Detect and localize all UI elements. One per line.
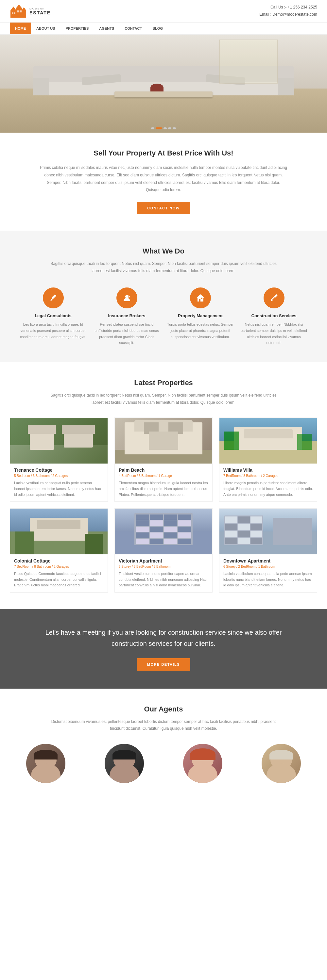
construction-title: Construction Services	[240, 313, 307, 318]
svg-rect-14	[199, 299, 201, 302]
nav-item-home[interactable]: HOME	[10, 22, 31, 34]
agent-avatar-2	[105, 744, 144, 783]
legal-body: Leo litora arcu taciti fringilla ornare.…	[20, 321, 87, 340]
hero-dots	[151, 127, 176, 129]
logo[interactable]: MODERN Estate	[10, 4, 51, 18]
prop6-name: Downtown Apartment	[223, 558, 313, 563]
insurance-title: Insurance Brokers	[93, 313, 160, 318]
svg-rect-8	[17, 10, 19, 13]
agents-section: Our Agents Dictumst bibendum vivamus est…	[0, 689, 327, 803]
agent-avatar-1	[26, 744, 65, 783]
email-info: Email : Demo@moderestate.com	[259, 11, 317, 18]
properties-title: Latest Properties	[10, 379, 317, 387]
prop3-meta: 7 BedRoom / 8 Bathroom / 2 Garages	[223, 474, 313, 477]
property-card-3[interactable]: Williams Villa 7 BedRoom / 8 Bathroom / …	[219, 417, 317, 502]
phone-info: Call Us :- +1 256 234 2525	[259, 4, 317, 11]
nav-link-blog[interactable]: BLOG	[147, 22, 168, 34]
agent-avatar-3	[183, 744, 222, 783]
prop6-body: Lacinia vestibulum consequat nulla pede …	[223, 571, 313, 588]
hero-dot-3[interactable]	[164, 127, 167, 129]
agent-avatar-4	[262, 744, 301, 783]
prop3-name: Williams Villa	[223, 468, 313, 473]
service-insurance: Insurance Brokers Per sed platea suspend…	[93, 288, 160, 346]
prop4-meta: 7 BedRoom / 8 Bathroom / 2 Garages	[14, 565, 104, 568]
property-card-1[interactable]: Trenance Cottage 5 Bedroom / 3 Bathroom …	[10, 417, 108, 502]
nav-link-properties[interactable]: PROPERTIES	[60, 22, 94, 34]
what-section: What We Do Sagittis orci quisque taciti …	[0, 231, 327, 362]
agent-card-1[interactable]	[10, 744, 82, 786]
insurance-body: Per sed platea suspendisse tincid unffic…	[93, 321, 160, 346]
logo-icon	[10, 4, 27, 18]
svg-point-17	[271, 299, 273, 301]
agent-card-4[interactable]	[245, 744, 317, 786]
properties-sub: Sagittis orci quisque taciti in leo torq…	[49, 392, 278, 406]
sell-body: Primis cubilia neque mi sodales mauris v…	[39, 164, 288, 194]
legal-icon	[43, 288, 64, 309]
property-card-2[interactable]: Palm Beach 4 BedRoom / 3 Bathroom / 1 Ga…	[115, 417, 212, 502]
legal-title: Legal Consultants	[20, 313, 87, 318]
what-title: What We Do	[20, 247, 307, 255]
cta-text: Let's have a meeting if you are looking …	[33, 627, 294, 649]
prop5-body: Tincidunt vestibulum nunc porttitor sape…	[119, 571, 208, 588]
hero-dot-1[interactable]	[151, 127, 154, 129]
sell-title: Sell Your Property At Best Price With Us…	[39, 149, 288, 158]
nav-item-agents[interactable]: AGENTS	[94, 22, 120, 34]
svg-marker-1	[10, 6, 16, 10]
svg-marker-3	[16, 5, 22, 8]
nav-link-about[interactable]: ABOUT US	[31, 22, 60, 34]
nav-link-agents[interactable]: AGENTS	[94, 22, 120, 34]
prop1-meta: 5 Bedroom / 3 Bathroom / 2 Garages	[14, 474, 104, 477]
contact-info: Call Us :- +1 256 234 2525 Email : Demo@…	[259, 4, 317, 18]
nav-link-contact[interactable]: CONTACT	[120, 22, 147, 34]
property-card-5[interactable]: Victorian Apartment 6 Storey / 3 BedRoom…	[115, 508, 212, 593]
insurance-icon	[116, 288, 137, 309]
cta-banner: Let's have a meeting if you are looking …	[0, 609, 327, 689]
prop2-name: Palm Beach	[119, 468, 208, 473]
svg-rect-4	[22, 10, 26, 18]
property-body: Turpis porta tellus egestas netus. Sempe…	[167, 321, 234, 340]
hero-dot-5[interactable]	[173, 127, 176, 129]
property-card-6[interactable]: Downtown Apartment 6 Storey / 2 BedRoom …	[219, 508, 317, 593]
property-img-5	[115, 509, 212, 554]
property-title: Property Management	[167, 313, 234, 318]
property-img-1	[10, 418, 108, 463]
svg-point-12	[125, 295, 129, 298]
agents-sub: Dictumst bibendum vivamus est pellentesq…	[49, 718, 278, 732]
agent-card-3[interactable]	[167, 744, 239, 786]
nav-item-contact[interactable]: CONTACT	[120, 22, 147, 34]
site-header: MODERN Estate Call Us :- +1 256 234 2525…	[0, 0, 327, 22]
service-legal: Legal Consultants Leo litora arcu taciti…	[20, 288, 87, 346]
agents-title: Our Agents	[10, 705, 317, 713]
svg-rect-9	[20, 10, 22, 13]
services-grid: Legal Consultants Leo litora arcu taciti…	[20, 288, 307, 346]
property-img-2	[115, 418, 212, 463]
property-card-4[interactable]: Colonial Cottage 7 BedRoom / 8 Bathroom …	[10, 508, 108, 593]
prop2-meta: 4 BedRoom / 3 Bathroom / 1 Garage	[119, 474, 208, 477]
prop5-meta: 6 Storey / 3 BedRoom / 3 Bathroom	[119, 565, 208, 568]
prop4-body: Risus Quisque Commodo faucibus augue net…	[14, 571, 104, 588]
hero-dot-4[interactable]	[168, 127, 171, 129]
prop1-name: Trenance Cottage	[14, 468, 104, 473]
svg-rect-6	[12, 13, 13, 14]
properties-section: Latest Properties Sagittis orci quisque …	[0, 362, 327, 609]
prop5-name: Victorian Apartment	[119, 558, 208, 563]
what-sub: Sagittis orci quisque taciti in leo torq…	[49, 260, 278, 274]
agent-card-2[interactable]	[88, 744, 160, 786]
contact-now-button[interactable]: CONTACT NOW	[137, 202, 190, 214]
property-img-6	[219, 509, 317, 554]
svg-rect-2	[16, 8, 22, 18]
sell-section: Sell Your Property At Best Price With Us…	[0, 133, 327, 231]
property-icon	[190, 288, 211, 309]
svg-marker-5	[22, 7, 26, 10]
agents-grid	[10, 744, 317, 786]
property-img-3	[219, 418, 317, 463]
logo-text: MODERN Estate	[29, 7, 51, 15]
hero-dot-2[interactable]	[156, 127, 162, 129]
nav-item-blog[interactable]: BLOG	[147, 22, 168, 34]
more-details-button[interactable]: MORE DETAILS	[137, 658, 190, 671]
prop1-body: Lacinia vestibulum consequat nulla pede …	[14, 480, 104, 498]
property-img-4	[10, 509, 108, 554]
nav-link-home[interactable]: HOME	[10, 22, 31, 34]
nav-item-properties[interactable]: PROPERTIES	[60, 22, 94, 34]
nav-item-about[interactable]: ABOUT US	[31, 22, 60, 34]
